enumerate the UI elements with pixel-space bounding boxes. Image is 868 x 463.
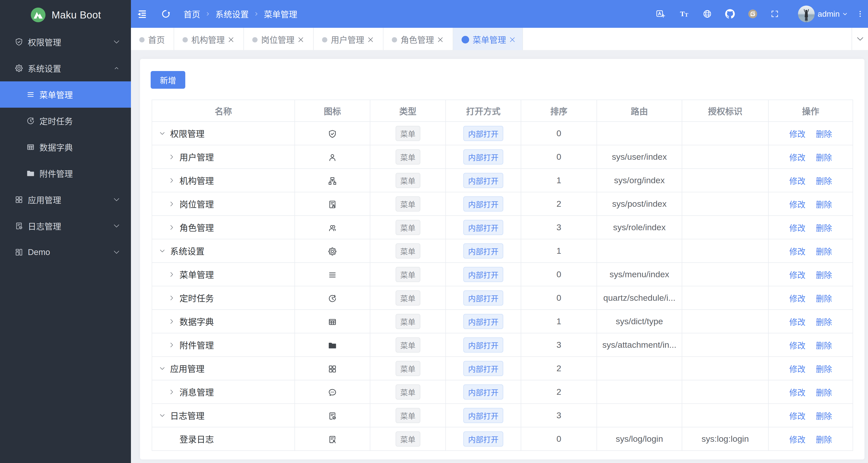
- svg-text:T: T: [685, 12, 688, 18]
- svg-text:T: T: [680, 10, 685, 18]
